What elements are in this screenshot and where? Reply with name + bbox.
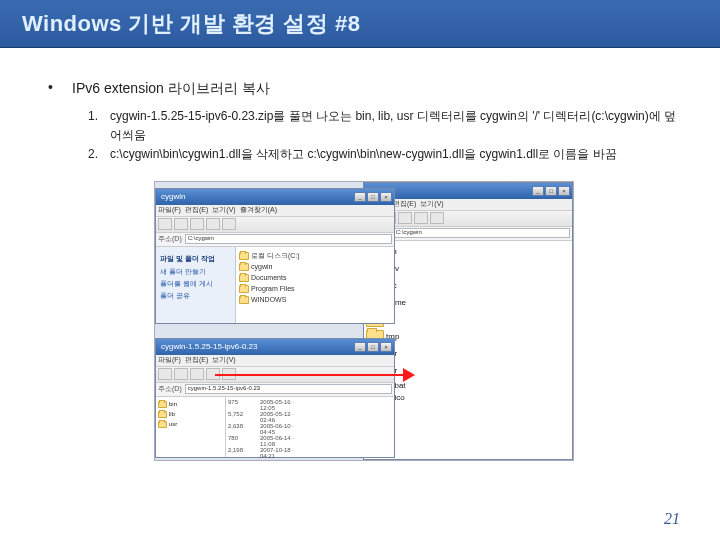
tree-item[interactable]: usr	[158, 420, 223, 429]
list-row[interactable]: 2,6382005-06-10 · 04:45	[228, 423, 392, 435]
annotation-arrowhead-icon	[403, 368, 415, 382]
tree-item[interactable]: cygwin	[239, 262, 300, 272]
folder-pane: bin dev etc home lib tmp usr var Cygwin.…	[364, 241, 572, 459]
nav-fwd-icon[interactable]	[174, 218, 188, 230]
slide-title: Windows 기반 개발 환경 설정 #8	[22, 9, 360, 39]
page-number: 21	[664, 510, 680, 528]
window-titlebar: cygwin-1.5.25-15-ipv6-0.23 _ □ ×	[156, 339, 394, 355]
tool-icon[interactable]	[158, 368, 172, 380]
folder-pane: 로컬 디스크(C:) cygwin Documents Program File…	[236, 247, 394, 323]
tree-item[interactable]: Program Files	[239, 284, 300, 294]
menu-item[interactable]: 보기(V)	[212, 355, 235, 365]
tree-item[interactable]: bin	[158, 400, 223, 409]
folders-icon[interactable]	[222, 218, 236, 230]
tree-item[interactable]: WINDOWS	[239, 295, 300, 305]
list-row[interactable]: 5,7522005-05-12 · 02:46	[228, 411, 392, 423]
menu-item[interactable]: 편집(E)	[393, 199, 416, 209]
tree-item[interactable]: Documents	[239, 273, 300, 283]
address-bar: 주소(D) C:\cygwin	[364, 227, 572, 241]
task-link[interactable]: 폴더를 웹에 게시	[160, 279, 231, 289]
folders-icon[interactable]	[430, 212, 444, 224]
tool-icon[interactable]	[174, 368, 188, 380]
minimize-icon[interactable]: _	[532, 186, 544, 196]
explorer-window-front: cygwin _ □ × 파일(F) 편집(E) 보기(V) 즐겨찾기(A)	[155, 188, 395, 324]
window-title: cygwin	[158, 192, 185, 201]
screenshot: cygwin _ □ × 파일(F) 편집(E) 보기(V)	[154, 181, 574, 461]
address-input[interactable]: C:\cygwin	[393, 228, 570, 238]
folder-icon	[158, 401, 167, 408]
folder-item[interactable]: bin	[366, 245, 570, 259]
folder-icon	[158, 421, 167, 428]
window-title: cygwin-1.5.25-15-ipv6-0.23	[158, 342, 258, 351]
search-icon[interactable]	[414, 212, 428, 224]
address-bar: 주소(D) C:\cygwin	[156, 233, 394, 247]
slide-title-bar: Windows 기반 개발 환경 설정 #8	[0, 0, 720, 48]
folder-item[interactable]: usr	[366, 347, 570, 361]
annotation-arrow	[215, 374, 405, 376]
folder-icon	[239, 274, 249, 282]
step-text: c:\cygwin\bin\cygwin1.dll을 삭제하고 c:\cygwi…	[110, 145, 680, 164]
heading-row: • IPv6 extension 라이브러리 복사	[48, 78, 680, 99]
folder-icon	[239, 285, 249, 293]
task-link[interactable]: 새 폴더 만들기	[160, 267, 231, 277]
tree-item[interactable]: lib	[158, 410, 223, 419]
window-buttons: _ □ ×	[354, 342, 392, 352]
zip-file-list: 9752005-05-16 · 12:05 5,7522005-05-12 · …	[226, 397, 394, 457]
screenshot-wrapper: cygwin _ □ × 파일(F) 편집(E) 보기(V)	[48, 181, 680, 461]
toolbar	[364, 211, 572, 227]
window-titlebar: cygwin _ □ ×	[156, 189, 394, 205]
file-item[interactable]: Cygwin.ico	[366, 393, 570, 402]
address-label: 주소(D)	[158, 384, 182, 394]
zip-folder-tree: bin lib usr	[156, 397, 226, 457]
menu-bar: 파일(F) 편집(E) 보기(V) 즐겨찾기(A)	[156, 205, 394, 217]
nav-up-icon[interactable]	[398, 212, 412, 224]
list-row[interactable]: 7802005-06-14 · 11:08	[228, 435, 392, 447]
folder-item[interactable]: lib	[366, 313, 570, 327]
minimize-icon[interactable]: _	[354, 342, 366, 352]
folder-icon	[158, 411, 167, 418]
nav-back-icon[interactable]	[158, 218, 172, 230]
menu-item[interactable]: 파일(F)	[158, 205, 181, 215]
close-icon[interactable]: ×	[380, 192, 392, 202]
file-item[interactable]: Cygwin.bat	[366, 381, 570, 390]
address-input[interactable]: cygwin-1.5.25-15-ipv6-0.23	[185, 384, 392, 394]
menu-item[interactable]: 편집(E)	[185, 205, 208, 215]
folder-item[interactable]: home	[366, 296, 570, 310]
step-num: 1.	[88, 107, 110, 145]
folder-item[interactable]: tmp	[366, 330, 570, 344]
menu-item[interactable]: 보기(V)	[212, 205, 235, 215]
window-buttons: _ □ ×	[532, 186, 570, 196]
list-row[interactable]: 9752005-05-16 · 12:05	[228, 399, 392, 411]
window-titlebar: cygwin _ □ ×	[364, 183, 572, 199]
menu-item[interactable]: 파일(F)	[158, 355, 181, 365]
menu-bar: 파일(F) 편집(E) 보기(V)	[156, 355, 394, 367]
zip-window: cygwin-1.5.25-15-ipv6-0.23 _ □ × 파일(F) 편…	[155, 338, 395, 458]
menu-item[interactable]: 편집(E)	[185, 355, 208, 365]
folder-item[interactable]: etc	[366, 279, 570, 293]
search-icon[interactable]	[206, 218, 220, 230]
task-link[interactable]: 폴더 공유	[160, 291, 231, 301]
minimize-icon[interactable]: _	[354, 192, 366, 202]
heading-text: IPv6 extension 라이브러리 복사	[72, 78, 270, 99]
address-input[interactable]: C:\cygwin	[185, 234, 392, 244]
folder-item[interactable]: dev	[366, 262, 570, 276]
list-row[interactable]: 2,1982007-10-18 · 04:21	[228, 447, 392, 459]
maximize-icon[interactable]: □	[545, 186, 557, 196]
tree-item[interactable]: 로컬 디스크(C:)	[239, 251, 300, 261]
address-bar: 주소(D) cygwin-1.5.25-15-ipv6-0.23	[156, 383, 394, 397]
folder-icon	[239, 263, 249, 271]
slide-body: • IPv6 extension 라이브러리 복사 1. cygwin-1.5.…	[0, 48, 720, 461]
step-list: 1. cygwin-1.5.25-15-ipv6-0.23.zip를 풀면 나오…	[88, 107, 680, 165]
bullet-icon: •	[48, 78, 72, 99]
window-buttons: _ □ ×	[354, 192, 392, 202]
menu-item[interactable]: 보기(V)	[420, 199, 443, 209]
nav-up-icon[interactable]	[190, 218, 204, 230]
close-icon[interactable]: ×	[380, 342, 392, 352]
toolbar	[156, 217, 394, 233]
maximize-icon[interactable]: □	[367, 342, 379, 352]
tool-icon[interactable]	[190, 368, 204, 380]
close-icon[interactable]: ×	[558, 186, 570, 196]
maximize-icon[interactable]: □	[367, 192, 379, 202]
task-heading: 파일 및 폴더 작업	[160, 254, 231, 264]
menu-item[interactable]: 즐겨찾기(A)	[240, 205, 277, 215]
